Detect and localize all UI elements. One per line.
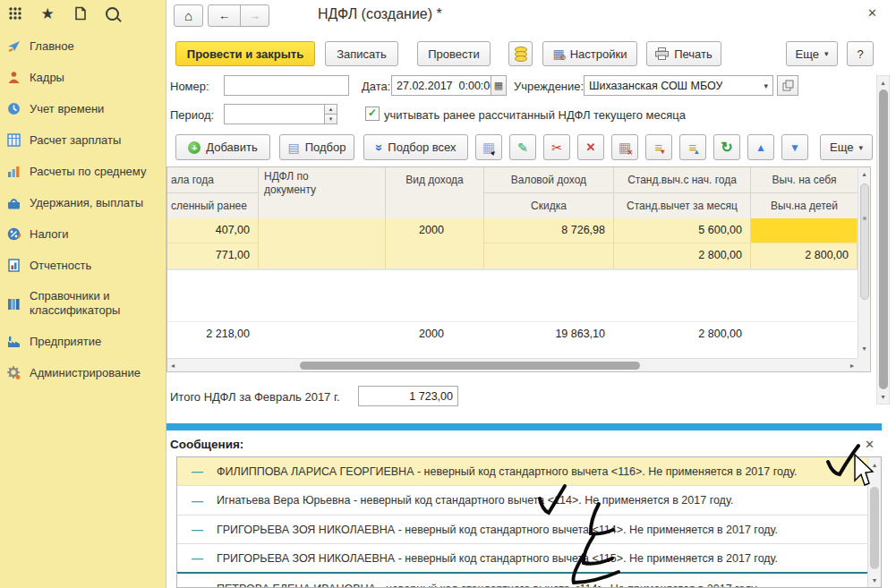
period-spin-down[interactable]: ▾ <box>324 114 337 124</box>
print-button[interactable]: Печать <box>646 41 721 66</box>
menu-icon[interactable] <box>6 4 24 22</box>
sidebar-item-raschety-po-srednemu[interactable]: Расчеты по среднему <box>0 156 166 187</box>
date-input[interactable]: 27.02.2017 0:00:00 <box>391 75 491 96</box>
scroll-right-icon[interactable]: ▸ <box>850 362 854 370</box>
back-arrow-icon: ← <box>218 9 230 22</box>
help-button[interactable]: ? <box>847 41 874 66</box>
message-item[interactable]: — ПЕТРОВА ЕЛЕНА ИВАНОВНА - неверный код … <box>177 574 867 588</box>
table-row[interactable]: 2 218,00 2000 19 863,10 2 800,00 <box>167 321 858 345</box>
messages-scrollbar[interactable]: ▴ ▾ <box>867 457 881 587</box>
fill-table-button[interactable]: ▦▲ <box>475 134 502 160</box>
sidebar-item-otchetnost[interactable]: Отчетность <box>0 250 166 281</box>
favorites-star-icon[interactable]: ★ <box>38 4 56 22</box>
move-level-up-button[interactable]: ≡▴ <box>679 134 706 160</box>
delete-row-button[interactable]: ✕ <box>577 134 604 160</box>
col-header-valovoy-dohod[interactable]: Валовой доход Скидка <box>484 167 614 218</box>
scrollbar-thumb[interactable] <box>870 487 879 569</box>
refresh-icon: ↻ <box>721 139 732 156</box>
table-vertical-scrollbar[interactable]: ▴ ▾ <box>858 167 870 358</box>
sidebar-item-nalogi[interactable]: Налоги <box>0 218 166 250</box>
sidebar-item-administrirovanie[interactable]: Администрирование <box>0 357 166 388</box>
back-button[interactable]: ← <box>208 4 241 27</box>
postings-button[interactable] <box>508 41 533 66</box>
post-button[interactable]: Провести <box>417 41 491 66</box>
pick-all-button[interactable]: » Подбор всех <box>363 134 468 160</box>
message-item[interactable]: — ГРИГОРЬЕВА ЗОЯ НИКОЛАЕВНА - неверный к… <box>177 516 867 544</box>
panel-divider[interactable] <box>166 423 882 430</box>
message-dash-icon: — <box>192 551 204 565</box>
col-header-stand-vych[interactable]: Станд.выч.с нач. года Станд.вычет за мес… <box>614 167 751 218</box>
col-header-vid-dohoda[interactable]: Вид дохода <box>386 167 484 218</box>
messages-close-icon[interactable]: ✕ <box>865 438 875 451</box>
home-button[interactable]: ⌂ <box>174 4 203 27</box>
org-dropdown-icon[interactable]: ▾ <box>764 81 768 90</box>
report-doc-icon <box>6 258 21 273</box>
scroll-down-icon[interactable]: ▾ <box>858 345 870 353</box>
message-item[interactable]: — ФИЛИППОВА ЛАРИСА ГЕОРГИЕВНА - неверный… <box>177 457 867 486</box>
period-input[interactable] <box>224 104 325 124</box>
postings-coins-icon <box>515 47 527 62</box>
date-calendar-button[interactable]: ▦ <box>491 75 507 96</box>
table-row[interactable]: 771,00 2 800,00 2 800,00 <box>167 243 858 269</box>
col-header-1[interactable]: ала года сленный ранее <box>167 167 259 218</box>
scroll-left-icon[interactable]: ◂ <box>171 362 175 370</box>
col-header-vych[interactable]: Выч. на себя Выч.на детей <box>751 167 858 218</box>
table-more-button[interactable]: Еще▾ <box>820 134 873 160</box>
payroll-table-icon <box>6 132 21 148</box>
search-icon[interactable] <box>103 4 121 22</box>
consider-checkbox[interactable]: ✓ <box>365 107 380 121</box>
scroll-up-icon[interactable]: ▴ <box>868 461 881 469</box>
scroll-up-icon[interactable]: ▴ <box>877 79 889 87</box>
personnel-icon <box>6 70 21 85</box>
sidebar-item-predpriyatie[interactable]: Предприятие <box>0 326 166 357</box>
cut-button[interactable]: ✂ <box>543 134 570 160</box>
sidebar-item-uderzhaniya-vyplaty[interactable]: Удержания, выплаты <box>0 187 166 218</box>
table-horizontal-scrollbar[interactable]: ◂ ▸ <box>167 358 858 371</box>
scroll-down-icon[interactable]: ▾ <box>877 393 889 401</box>
scroll-up-icon[interactable]: ▴ <box>858 170 870 178</box>
settings-button[interactable]: ▦⚙ Настройки <box>542 41 637 66</box>
sidebar-item-raschet-zarplaty[interactable]: Расчет зарплаты <box>0 124 166 156</box>
edit-row-button[interactable]: ✎ <box>509 134 536 160</box>
sidebar-item-uchet-vremeni[interactable]: Учет времени <box>0 93 166 124</box>
table-row[interactable]: 407,00 2000 8 726,98 5 600,00 <box>167 218 858 243</box>
active-cell[interactable] <box>751 218 858 243</box>
history-icon[interactable] <box>71 4 89 22</box>
sidebar-item-glavnoe[interactable]: Главное <box>0 30 166 62</box>
arrow-up-icon: ▲ <box>755 141 766 154</box>
refresh-button[interactable]: ↻ <box>713 134 740 160</box>
scrollbar-thumb[interactable] <box>300 362 640 370</box>
window-close-icon[interactable]: ✕ <box>867 6 877 20</box>
message-item[interactable]: — ГРИГОРЬЕВА ЗОЯ НИКОЛАЕВНА - неверный к… <box>177 544 867 574</box>
scrollbar-thumb[interactable] <box>879 89 888 389</box>
consider-checkbox-label: учитывать ранее рассчитанный НДФЛ текуще… <box>384 108 686 122</box>
delete-x-icon: ✕ <box>586 141 596 154</box>
org-combobox[interactable]: Шихазанская СОШ МБОУ ▾ <box>584 75 773 96</box>
move-level-down-button[interactable]: ≡▾ <box>645 134 672 160</box>
org-label: Учреждение: <box>514 80 584 93</box>
write-button[interactable]: Записать <box>325 41 398 66</box>
forward-button[interactable]: → <box>240 4 269 27</box>
org-open-button[interactable] <box>777 75 798 96</box>
move-up-button[interactable]: ▲ <box>747 134 774 160</box>
add-plus-icon: + <box>188 141 201 154</box>
move-down-button[interactable]: ▼ <box>781 134 808 160</box>
list-arrow-up-icon: ≡▴ <box>689 140 697 155</box>
add-row-button[interactable]: + Добавить <box>175 134 270 160</box>
total-input[interactable]: 1 723,00 <box>358 386 458 406</box>
col-header-ndfl-po-dokumentu[interactable]: НДФЛ по документу <box>259 167 386 218</box>
post-and-close-button[interactable]: Провести и закрыть <box>175 41 315 66</box>
chevron-down-icon: ▾ <box>858 143 863 152</box>
number-input[interactable] <box>224 75 349 96</box>
sidebar-item-spravochniki[interactable]: Справочники и классификаторы <box>0 281 166 326</box>
list-arrow-down-icon: ≡▾ <box>655 140 663 155</box>
scroll-down-icon[interactable]: ▾ <box>868 576 881 584</box>
sidebar-item-kadry[interactable]: Кадры <box>0 62 166 93</box>
delete-all-button[interactable]: ▦✕ <box>611 134 638 160</box>
form-more-button[interactable]: Еще▾ <box>786 41 838 66</box>
scrollbar-thumb[interactable] <box>860 183 869 300</box>
total-label: Итого НДФЛ за Февраль 2017 г. <box>170 390 340 404</box>
form-vertical-scrollbar[interactable]: ▴ ▾ <box>876 75 890 405</box>
pick-button[interactable]: ▤ Подбор <box>279 134 354 160</box>
message-item[interactable]: — Игнатьева Вера Юрьевна - неверный код … <box>177 486 867 516</box>
